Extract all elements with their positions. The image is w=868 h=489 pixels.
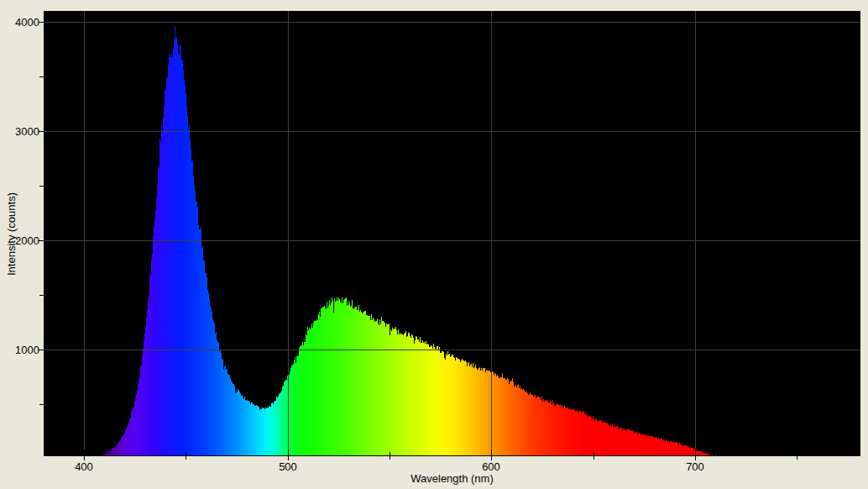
x-tick-label: 700 [677,461,714,472]
x-minor-tick [390,456,390,460]
x-minor-tick [593,456,594,460]
x-tick-label: 500 [269,461,306,472]
y-minor-tick [39,76,44,77]
x-minor-tick [797,456,797,460]
plot-area [44,11,860,456]
y-minor-tick [39,404,44,405]
x-tick-label: 600 [473,461,510,472]
y-minor-tick [39,186,44,187]
y-tick-label: 1000 [5,344,39,355]
y-tick-label: 4000 [5,17,39,28]
spectrometer-chart-window: Wavelength (nm) Intensity (counts) 40050… [0,0,868,489]
x-axis-title: Wavelength (nm) [44,472,860,485]
x-tick-label: 400 [65,461,102,472]
y-tick-label: 2000 [5,235,39,246]
y-tick-label: 3000 [5,126,39,137]
x-minor-tick [186,456,186,460]
y-minor-tick [39,295,44,296]
